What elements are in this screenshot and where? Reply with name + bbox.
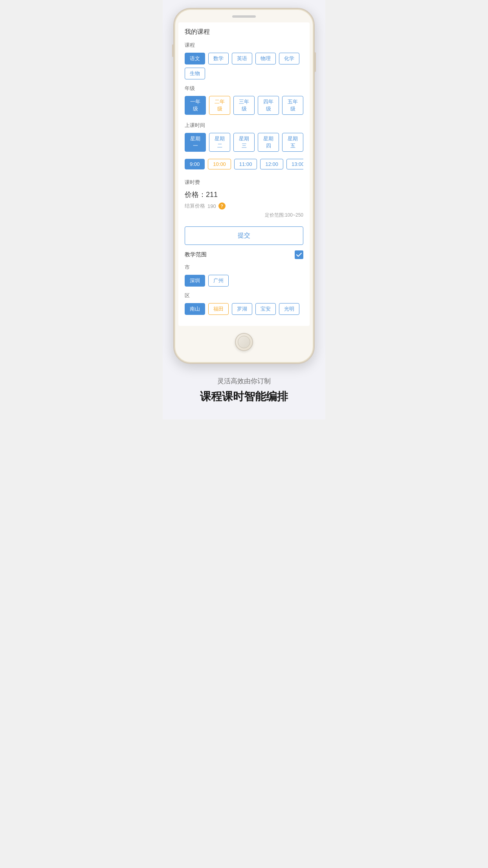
time-section: 上课时间 星期一 星期二 星期三 星期四 星期五 9:00 10:00 11:0… [185,122,303,171]
district-tags-row: 南山 福田 罗湖 宝安 光明 [185,303,303,315]
time-12[interactable]: 12:00 [260,159,283,169]
submit-button[interactable]: 提交 [185,226,303,245]
weekday-wed[interactable]: 星期三 [233,133,255,152]
city-tags-row: 深圳 广州 [185,275,303,287]
weekday-thu[interactable]: 星期四 [258,133,279,152]
main-title-text: 课程课时智能编排 [200,390,288,404]
course-tag-wuli[interactable]: 物理 [255,53,276,64]
course-label: 课程 [185,42,303,49]
grade-tag-3[interactable]: 三年级 [233,96,255,115]
city-guangzhou[interactable]: 广州 [208,275,229,287]
grade-tag-1[interactable]: 一年级 [185,96,206,115]
range-title: 教学范围 [185,251,207,258]
price-prefix: 价格： [185,191,206,199]
phone-frame: 我的课程 课程 语文 数学 英语 物理 化学 生物 年级 [173,8,315,364]
check-icon[interactable] [295,250,303,259]
course-tags-row: 语文 数学 英语 物理 化学 生物 [185,53,303,79]
course-section: 课程 语文 数学 英语 物理 化学 生物 [185,42,303,79]
course-tag-huaxue[interactable]: 化学 [279,53,299,64]
page-title: 我的课程 [185,28,303,36]
grade-tag-2[interactable]: 二年级 [209,96,230,115]
grade-tag-5[interactable]: 五年级 [282,96,303,115]
weekday-mon[interactable]: 星期一 [185,133,206,152]
time-10[interactable]: 10:00 [208,159,231,169]
bottom-text: 灵活高效由你订制 课程课时智能编排 [192,377,296,404]
phone-speaker [232,15,256,18]
phone-home-inner [238,336,250,348]
course-tag-yingyu[interactable]: 英语 [232,53,252,64]
time-11[interactable]: 11:00 [234,159,257,169]
time-9[interactable]: 9:00 [185,159,205,169]
course-tag-yuwen[interactable]: 语文 [185,53,205,64]
district-label: 区 [185,292,303,299]
city-label: 市 [185,264,303,271]
city-shenzhen[interactable]: 深圳 [185,275,205,287]
fee-label: 课时费 [185,179,303,186]
weekday-row: 星期一 星期二 星期三 星期四 星期五 [185,133,303,153]
grade-tag-4[interactable]: 四年级 [258,96,279,115]
fee-section: 课时费 价格：211 结算价格 190 ? 定价范围:100~250 [185,177,303,226]
phone-screen: 我的课程 课程 语文 数学 英语 物理 化学 生物 年级 [178,22,310,326]
time-row: 9:00 10:00 11:00 12:00 13:00 14:00 [185,159,303,171]
phone-home-button[interactable] [235,333,253,351]
time-13[interactable]: 13:00 [286,159,303,169]
price-value: 211 [206,191,218,199]
district-luohu[interactable]: 罗湖 [232,303,252,315]
screen-content: 我的课程 课程 语文 数学 英语 物理 化学 生物 年级 [178,22,310,326]
weekday-tue[interactable]: 星期二 [209,133,230,152]
subtitle-text: 灵活高效由你订制 [200,377,288,386]
grade-section: 年级 一年级 二年级 三年级 四年级 五年级 [185,85,303,116]
district-guangming[interactable]: 光明 [279,303,299,315]
price-display: 价格：211 [185,190,303,199]
settle-value: 190 [207,203,216,209]
settle-price-row: 结算价格 190 ? [185,202,303,210]
weekday-fri[interactable]: 星期五 [282,133,303,152]
settle-label: 结算价格 [185,202,205,210]
district-nanshan[interactable]: 南山 [185,303,205,315]
grade-label: 年级 [185,85,303,92]
price-range: 定价范围:100~250 [185,212,303,219]
question-icon[interactable]: ? [218,202,226,210]
course-tag-shuxue[interactable]: 数学 [208,53,229,64]
district-futian[interactable]: 福田 [208,303,229,315]
grade-row: 一年级 二年级 三年级 四年级 五年级 [185,96,303,116]
range-header: 教学范围 [185,250,303,259]
page-wrapper: 我的课程 课程 语文 数学 英语 物理 化学 生物 年级 [163,0,325,419]
district-baoan[interactable]: 宝安 [255,303,276,315]
course-tag-shengwu[interactable]: 生物 [185,68,205,79]
teaching-range-section: 教学范围 市 深圳 广州 区 [185,250,303,315]
time-label: 上课时间 [185,122,303,129]
